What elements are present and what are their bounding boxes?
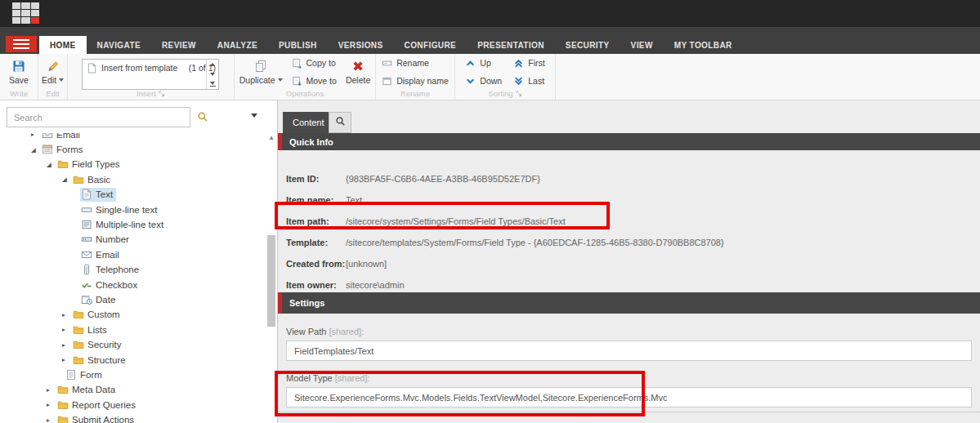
- move-last-button[interactable]: Last: [513, 73, 544, 88]
- save-button[interactable]: Save: [7, 59, 31, 86]
- ribbon-tab-home[interactable]: HOME: [39, 36, 87, 54]
- move-down-button[interactable]: Down: [465, 73, 502, 88]
- delete-button[interactable]: Delete: [343, 59, 373, 86]
- insert-from-template-label: Insert from template: [101, 63, 177, 73]
- tree-collapsed-arrow-icon[interactable]: ▸: [62, 326, 72, 333]
- dropdown-caret-icon: [278, 78, 283, 82]
- template-page-icon: [87, 63, 97, 73]
- search-input[interactable]: [7, 107, 190, 127]
- search-options-caret-icon[interactable]: [251, 114, 257, 118]
- ribbon-tab-view[interactable]: VIEW: [620, 36, 664, 54]
- tree-item-number[interactable]: Number: [0, 232, 266, 247]
- field-label: Item path:: [286, 216, 346, 229]
- spinner-last-icon[interactable]: [207, 79, 218, 89]
- model-type-input[interactable]: [286, 387, 972, 407]
- tree-collapsed-arrow-icon[interactable]: ▸: [47, 386, 56, 394]
- move-to-icon: [292, 76, 302, 87]
- spinner-up-icon[interactable]: [207, 60, 218, 69]
- tree-expanded-arrow-icon[interactable]: ◢: [47, 161, 56, 168]
- ribbon-tab-security[interactable]: SECURITY: [555, 36, 620, 54]
- move-up-button[interactable]: Up: [465, 56, 502, 70]
- tree-item-submit-actions[interactable]: ▸Submit Actions: [0, 412, 266, 423]
- folder-icon: [73, 309, 84, 320]
- scrollbar-thumb[interactable]: [267, 235, 275, 327]
- dialog-launcher-icon[interactable]: [516, 91, 522, 97]
- tree-item-email[interactable]: ▸Email: [0, 133, 266, 142]
- spinner-down-icon[interactable]: [207, 69, 218, 79]
- rename-label: Rename: [396, 58, 429, 68]
- telephone-icon: [81, 264, 92, 275]
- tree-expanded-arrow-icon[interactable]: ◢: [62, 176, 72, 183]
- move-to-button[interactable]: Move to: [292, 73, 337, 88]
- folder-icon: [57, 414, 69, 423]
- tree-item-label: Email: [56, 133, 80, 140]
- ribbon-tab-versions[interactable]: VERSIONS: [328, 36, 394, 54]
- dialog-launcher-icon[interactable]: [159, 91, 165, 97]
- tree-item-label: Telephone: [96, 265, 139, 274]
- tab-content[interactable]: Content: [283, 112, 334, 133]
- tree-expanded-arrow-icon[interactable]: ◢: [31, 146, 41, 154]
- tree-item-label: Text: [96, 189, 113, 199]
- edit-button[interactable]: Edit: [39, 59, 66, 86]
- folder-icon: [73, 354, 84, 366]
- tree-collapsed-arrow-icon[interactable]: ▸: [47, 401, 56, 408]
- hamburger-menu-button[interactable]: [6, 36, 37, 52]
- tree-item-report-queries[interactable]: ▸Report Queries: [0, 398, 266, 412]
- tree-scrollbar[interactable]: ▲: [266, 133, 276, 423]
- ribbon-tab-navigate[interactable]: NAVIGATE: [87, 36, 151, 54]
- tree-item-structure[interactable]: ▸Structure: [0, 352, 266, 367]
- copy-to-button[interactable]: Copy to: [292, 56, 337, 70]
- tree-item-email[interactable]: Email: [0, 247, 266, 262]
- ribbon-tab-presentation[interactable]: PRESENTATION: [467, 36, 555, 54]
- tree-collapsed-arrow-icon[interactable]: ▸: [62, 356, 72, 363]
- up-label: Up: [480, 58, 490, 68]
- settings-header[interactable]: Settings: [278, 292, 980, 314]
- delete-label: Delete: [346, 75, 370, 85]
- quick-info-header[interactable]: Quick Info: [278, 133, 980, 150]
- tree-item-forms[interactable]: ◢Forms: [0, 142, 266, 157]
- rename-button[interactable]: Rename: [382, 56, 449, 70]
- scroll-up-arrow-icon[interactable]: ▲: [266, 133, 276, 143]
- group-label-write: Write: [0, 88, 38, 100]
- ribbon-tab-configure[interactable]: CONFIGURE: [394, 36, 468, 54]
- insert-from-template-listbox[interactable]: Insert from template (1 of 1): [82, 59, 219, 90]
- display-name-label: Display name: [396, 76, 449, 86]
- tree-item-basic[interactable]: ◢Basic: [0, 172, 266, 187]
- search-icon[interactable]: [197, 111, 208, 126]
- tree-item-security[interactable]: ▸Security: [0, 337, 266, 352]
- tree-item-multiple-line-text[interactable]: Multiple-line text: [0, 217, 266, 232]
- section-divider: [278, 412, 980, 412]
- tree-item-meta-data[interactable]: ▸Meta Data: [0, 382, 266, 397]
- tab-search[interactable]: [329, 112, 351, 133]
- field-value: sitecore\admin: [346, 280, 405, 293]
- ribbon-tab-my-toolbar[interactable]: MY TOOLBAR: [664, 36, 743, 54]
- tree-item-text[interactable]: Text: [0, 187, 266, 202]
- tree-item-single-line-text[interactable]: Single-line text: [0, 202, 266, 216]
- checkbox-icon: [81, 279, 92, 291]
- insert-spinner[interactable]: [206, 60, 218, 89]
- tree-item-lists[interactable]: ▸Lists: [0, 323, 266, 337]
- tree-item-custom[interactable]: ▸Custom: [0, 307, 266, 322]
- envelope-icon: [81, 249, 92, 260]
- tree-collapsed-arrow-icon[interactable]: ▸: [31, 133, 41, 138]
- tree-collapsed-arrow-icon[interactable]: ▸: [62, 311, 72, 318]
- tree-item-field-types[interactable]: ◢Field Types: [0, 157, 266, 171]
- ribbon-tab-review[interactable]: REVIEW: [151, 36, 207, 54]
- tree-item-form[interactable]: Form: [0, 367, 266, 382]
- duplicate-button[interactable]: Duplicate: [237, 59, 285, 86]
- tree-item-label: Submit Actions: [72, 415, 134, 423]
- tree-item-label: Checkbox: [96, 280, 137, 290]
- display-name-button[interactable]: Display name: [382, 73, 449, 88]
- tree-item-telephone[interactable]: Telephone: [0, 262, 266, 277]
- tree-collapsed-arrow-icon[interactable]: ▸: [47, 416, 56, 423]
- tree-item-date[interactable]: Date: [0, 292, 266, 307]
- tree-item-checkbox[interactable]: Checkbox: [0, 277, 266, 292]
- content-pane: Content Quick Info Item ID:{983BFA5F-C6B…: [278, 100, 980, 423]
- duplicate-pages-icon: [254, 60, 267, 73]
- ribbon-tab-publish[interactable]: PUBLISH: [268, 36, 328, 54]
- content-tree: ▸Email◢Forms◢Field Types◢BasicTextSingle…: [0, 133, 266, 423]
- tree-collapsed-arrow-icon[interactable]: ▸: [62, 341, 72, 349]
- move-first-button[interactable]: First: [513, 56, 544, 70]
- view-path-input[interactable]: [286, 341, 972, 361]
- ribbon-tab-analyze[interactable]: ANALYZE: [207, 36, 268, 54]
